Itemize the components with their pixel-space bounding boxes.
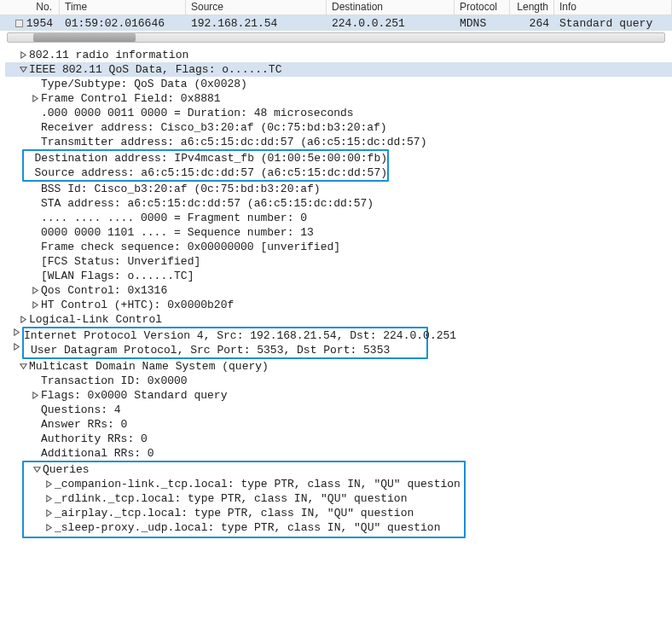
tree-query-1[interactable]: _companion-link._tcp.local: type PTR, cl… xyxy=(24,477,464,491)
tree-source-address[interactable]: Source address: a6:c5:15:dc:dd:57 (a6:c5… xyxy=(24,165,387,180)
packet-destination: 224.0.0.251 xyxy=(327,16,455,31)
chevron-right-icon xyxy=(43,509,55,517)
chevron-right-icon xyxy=(17,316,29,323)
tree-query-3[interactable]: _airplay._tcp.local: type PTR, class IN,… xyxy=(24,506,464,520)
tree-mdns[interactable]: Multicast Domain Name System (query) xyxy=(5,359,672,374)
tree-queries[interactable]: Queries xyxy=(24,462,464,477)
tree-query-4[interactable]: _sleep-proxy._udp.local: type PTR, class… xyxy=(24,520,464,535)
col-header-destination[interactable]: Destination xyxy=(327,0,455,15)
chevron-down-icon xyxy=(17,363,29,370)
chevron-right-icon xyxy=(43,480,55,488)
tree-label: Logical-Link Control xyxy=(29,312,162,327)
tree-authority-rrs[interactable]: Authority RRs: 0 xyxy=(5,432,672,446)
chevron-right-icon xyxy=(29,301,41,309)
tree-label: Authority RRs: 0 xyxy=(41,432,148,446)
chevron-down-icon xyxy=(17,66,29,73)
tree-label: _sleep-proxy._udp.local: type PTR, class… xyxy=(55,520,440,535)
tree-ieee-80211[interactable]: IEEE 802.11 QoS Data, Flags: o......TC xyxy=(5,62,672,77)
col-header-protocol[interactable]: Protocol xyxy=(455,0,510,15)
tree-label: BSS Id: Cisco_b3:20:af (0c:75:bd:b3:20:a… xyxy=(41,182,321,196)
col-header-info[interactable]: Info xyxy=(554,0,672,15)
tree-sequence-number[interactable]: 0000 0000 1101 .... = Sequence number: 1… xyxy=(5,225,672,240)
tree-label: Frame Control Field: 0x8881 xyxy=(41,91,221,106)
tree-ht-control[interactable]: HT Control (+HTC): 0x0000b20f xyxy=(5,298,672,312)
tree-label: .000 0000 0011 0000 = Duration: 48 micro… xyxy=(41,106,354,120)
chevron-right-icon xyxy=(43,495,55,502)
col-header-no[interactable]: No. xyxy=(0,0,60,15)
tree-receiver-address[interactable]: Receiver address: Cisco_b3:20:af (0c:75:… xyxy=(5,120,672,135)
packet-list: No. Time Source Destination Protocol Len… xyxy=(0,0,672,43)
col-header-length[interactable]: Length xyxy=(510,0,554,15)
tree-label: Multicast Domain Name System (query) xyxy=(29,359,269,374)
horizontal-scrollbar[interactable] xyxy=(7,32,665,43)
packet-details-tree: 802.11 radio information IEEE 802.11 QoS… xyxy=(0,44,672,538)
highlight-box-queries: Queries _companion-link._tcp.local: type… xyxy=(22,461,466,538)
chevron-right-icon xyxy=(29,95,41,102)
tree-answer-rrs[interactable]: Answer RRs: 0 xyxy=(5,417,672,432)
chevron-right-icon xyxy=(10,328,22,336)
chevron-right-icon xyxy=(43,524,55,531)
tree-label: Questions: 4 xyxy=(41,403,121,417)
tree-label: Additional RRs: 0 xyxy=(41,446,154,461)
tree-label: User Datagram Protocol, Src Port: 5353, … xyxy=(31,343,390,357)
tree-label: _airplay._tcp.local: type PTR, class IN,… xyxy=(55,506,414,520)
tree-label: Transaction ID: 0x0000 xyxy=(41,374,188,388)
tree-destination-address[interactable]: Destination address: IPv4mcast_fb (01:00… xyxy=(24,151,387,165)
tree-frame-control[interactable]: Frame Control Field: 0x8881 xyxy=(5,91,672,106)
tree-label: Receiver address: Cisco_b3:20:af (0c:75:… xyxy=(41,120,387,135)
packet-time: 01:59:02.016646 xyxy=(60,16,186,31)
tree-transaction-id[interactable]: Transaction ID: 0x0000 xyxy=(5,374,672,388)
packet-list-header: No. Time Source Destination Protocol Len… xyxy=(0,0,672,15)
highlight-box-addresses: Destination address: IPv4mcast_fb (01:00… xyxy=(22,149,389,182)
tree-label: _companion-link._tcp.local: type PTR, cl… xyxy=(55,477,461,491)
tree-label: Qos Control: 0x1316 xyxy=(41,283,167,298)
tree-label: IEEE 802.11 QoS Data, Flags: o......TC xyxy=(29,62,281,77)
tree-radio-info[interactable]: 802.11 radio information xyxy=(5,48,672,62)
col-header-source[interactable]: Source xyxy=(186,0,327,15)
chevron-right-icon xyxy=(29,287,41,294)
tree-label: Answer RRs: 0 xyxy=(41,417,127,432)
tree-label: 0000 0000 1101 .... = Sequence number: 1… xyxy=(41,225,314,240)
tree-label: Frame check sequence: 0x00000000 [unveri… xyxy=(41,240,340,254)
tree-flags[interactable]: Flags: 0x0000 Standard query xyxy=(5,388,672,403)
tree-label: 802.11 radio information xyxy=(29,48,188,62)
tree-ipv4[interactable]: Internet Protocol Version 4, Src: 192.16… xyxy=(24,328,426,343)
tree-label: Internet Protocol Version 4, Src: 192.16… xyxy=(24,328,456,343)
tree-udp[interactable]: User Datagram Protocol, Src Port: 5353, … xyxy=(24,343,426,357)
highlight-box-ip-udp: Internet Protocol Version 4, Src: 192.16… xyxy=(22,327,428,359)
packet-marker-icon xyxy=(15,20,23,27)
tree-query-2[interactable]: _rdlink._tcp.local: type PTR, class IN, … xyxy=(24,491,464,506)
tree-label: Flags: 0x0000 Standard query xyxy=(41,388,227,403)
scrollbar-thumb[interactable] xyxy=(33,33,136,42)
col-header-time[interactable]: Time xyxy=(60,0,186,15)
tree-fragment-number[interactable]: .... .... .... 0000 = Fragment number: 0 xyxy=(5,211,672,225)
tree-label: Source address: a6:c5:15:dc:dd:57 (a6:c5… xyxy=(35,165,387,180)
tree-type-subtype[interactable]: Type/Subtype: QoS Data (0x0028) xyxy=(5,77,672,91)
tree-label: [FCS Status: Unverified] xyxy=(41,254,200,269)
tree-additional-rrs[interactable]: Additional RRs: 0 xyxy=(5,446,672,461)
packet-no: 1954 xyxy=(0,16,60,31)
tree-label: [WLAN Flags: o......TC] xyxy=(41,269,194,283)
tree-llc[interactable]: Logical-Link Control xyxy=(5,312,672,327)
tree-label: HT Control (+HTC): 0x0000b20f xyxy=(41,298,234,312)
tree-wlan-flags[interactable]: [WLAN Flags: o......TC] xyxy=(5,269,672,283)
packet-row[interactable]: 1954 01:59:02.016646 192.168.21.54 224.0… xyxy=(0,15,672,31)
packet-length: 264 xyxy=(510,16,554,31)
tree-transmitter-address[interactable]: Transmitter address: a6:c5:15:dc:dd:57 (… xyxy=(5,135,672,149)
packet-info: Standard query xyxy=(554,16,672,31)
packet-protocol: MDNS xyxy=(455,16,510,31)
packet-source: 192.168.21.54 xyxy=(186,16,327,31)
tree-frame-check-sequence[interactable]: Frame check sequence: 0x00000000 [unveri… xyxy=(5,240,672,254)
tree-label: Queries xyxy=(43,462,90,477)
tree-qos-control[interactable]: Qos Control: 0x1316 xyxy=(5,283,672,298)
tree-duration[interactable]: .000 0000 0011 0000 = Duration: 48 micro… xyxy=(5,106,672,120)
chevron-down-icon xyxy=(31,466,43,473)
packet-no-value: 1954 xyxy=(26,16,53,31)
tree-sta-address[interactable]: STA address: a6:c5:15:dc:dd:57 (a6:c5:15… xyxy=(5,196,672,211)
tree-fcs-status[interactable]: [FCS Status: Unverified] xyxy=(5,254,672,269)
tree-bss-id[interactable]: BSS Id: Cisco_b3:20:af (0c:75:bd:b3:20:a… xyxy=(5,182,672,196)
tree-label: _rdlink._tcp.local: type PTR, class IN, … xyxy=(55,491,407,506)
tree-questions[interactable]: Questions: 4 xyxy=(5,403,672,417)
chevron-right-icon xyxy=(10,343,22,351)
tree-label: Destination address: IPv4mcast_fb (01:00… xyxy=(35,151,387,165)
